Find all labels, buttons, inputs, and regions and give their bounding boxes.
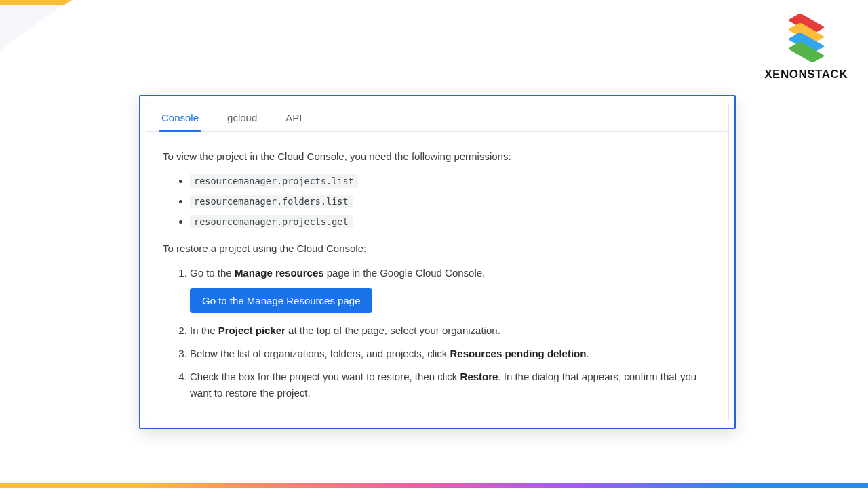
list-item: Check the box for the project you want t… <box>190 369 712 401</box>
restore-intro: To restore a project using the Cloud Con… <box>163 241 712 257</box>
bottom-gradient-bar <box>0 483 868 488</box>
step-text: at the top of the page, select your orga… <box>285 325 500 336</box>
list-item: resourcemanager.projects.list <box>190 173 712 189</box>
step-strong: Restore <box>460 371 498 382</box>
permissions-list: resourcemanager.projects.list resourcema… <box>163 173 712 230</box>
step-strong: Resources pending deletion <box>450 348 587 359</box>
tab-bar: Console gcloud API <box>146 102 728 132</box>
intro-text: To view the project in the Cloud Console… <box>163 148 712 165</box>
tab-api[interactable]: API <box>283 102 304 131</box>
permission-code: resourcemanager.projects.get <box>190 215 353 228</box>
manage-resources-button[interactable]: Go to the Manage Resources page <box>190 288 372 313</box>
step-strong: Manage resources <box>235 267 324 279</box>
step-text: Check the box for the project you want t… <box>190 371 460 382</box>
step-text: In the <box>190 325 218 336</box>
permission-code: resourcemanager.projects.list <box>190 174 358 188</box>
permission-code: resourcemanager.folders.list <box>190 195 353 208</box>
tab-content-console: To view the project in the Cloud Console… <box>146 132 728 422</box>
brand-logo: XENONSTACK <box>764 15 848 81</box>
step-text: Go to the <box>190 267 235 279</box>
tab-gcloud[interactable]: gcloud <box>224 102 260 131</box>
list-item: Below the list of organizations, folders… <box>190 346 712 362</box>
tab-console[interactable]: Console <box>159 102 201 131</box>
list-item: In the Project picker at the top of the … <box>190 323 712 339</box>
doc-card: Console gcloud API To view the project i… <box>139 95 736 429</box>
step-text: Below the list of organizations, folders… <box>190 348 450 359</box>
step-text: . <box>586 348 589 359</box>
list-item: resourcemanager.projects.get <box>190 214 712 230</box>
stack-icon <box>785 15 827 61</box>
step-strong: Project picker <box>218 325 285 336</box>
brand-label: XENONSTACK <box>764 68 848 81</box>
list-item: resourcemanager.folders.list <box>190 193 712 209</box>
step-text: page in the Google Cloud Console. <box>324 267 486 279</box>
steps-list: Go to the Manage resources page in the G… <box>163 265 712 401</box>
list-item: Go to the Manage resources page in the G… <box>190 265 712 316</box>
